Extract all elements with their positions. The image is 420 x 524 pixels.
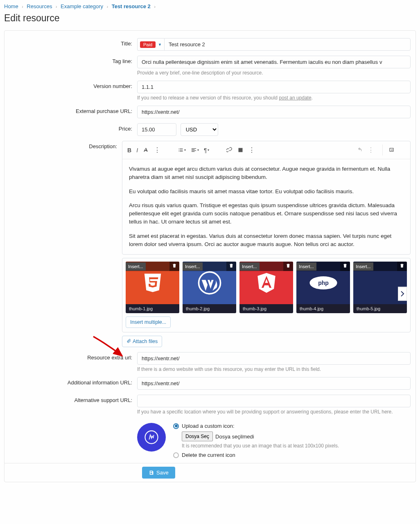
editor-content[interactable]: Vivamus at augue eget arcu dictum varius… [122,159,410,254]
breadcrumb: Home › Resources › Example category › Te… [4,2,416,13]
paid-badge: Paid [140,41,156,48]
link-icon[interactable] [226,147,233,153]
attachment-insert-button[interactable]: Insert... [296,262,316,271]
chevron-right-icon: › [22,5,23,9]
trash-icon [286,263,291,268]
chevron-right-icon: › [56,5,57,9]
attachment-item[interactable]: Insert...thumb-2.jpg [183,262,236,313]
attachment-insert-button[interactable]: Insert... [239,262,260,271]
support-url-hint: If you have a specific location where yo… [137,409,411,415]
tagline-hint: Provide a very brief, one-line descripti… [137,70,411,76]
attachment-delete-button[interactable] [226,262,236,271]
radio-checked-icon [173,423,179,429]
attachment-item[interactable]: Insert...thumb-1.jpg [126,262,179,313]
attach-files-button[interactable]: Attach files [122,336,162,347]
fontsize-icon[interactable] [143,147,149,153]
additional-url-input[interactable] [137,377,411,390]
save-icon [149,470,154,475]
more-icon[interactable]: ⋮ [154,146,160,154]
editor-toolbar: B I ⋮ ▾ ▾ ¶▾ ⋮ ⋮ [122,141,410,159]
attachments-panel: Insert...thumb-1.jpgInsert...thumb-2.jpg… [122,258,411,332]
support-url-label: Alternative support URL: [9,395,137,403]
breadcrumb-current[interactable]: Test resource 2 [112,3,151,9]
prefix-selector[interactable]: Paid ▼ [137,38,164,51]
currency-select[interactable]: USD [181,123,218,136]
list-ul-icon[interactable]: ▾ [178,147,186,153]
file-hint: It is recommended that you use an image … [182,443,411,449]
chevron-down-icon: ▼ [158,43,162,47]
description-label: Description: [9,141,122,149]
extra-url-input[interactable] [137,352,411,365]
more2-icon[interactable]: ⋮ [248,146,255,154]
attachment-item[interactable]: Insert...thumb-3.jpg [239,262,293,313]
attachment-filename: thumb-1.jpg [126,304,179,313]
attachment-insert-button[interactable]: Insert... [183,262,203,271]
chevron-right-icon: › [154,5,155,9]
preview-icon[interactable] [382,145,400,156]
file-choose-button[interactable]: Dosya Seç [182,431,213,441]
title-input[interactable] [164,38,411,51]
image-icon[interactable] [237,147,244,153]
more3-icon[interactable]: ⋮ [368,146,374,154]
attachment-insert-button[interactable]: Insert... [353,262,373,271]
bold-icon[interactable]: B [127,147,131,154]
attachment-item[interactable]: Insert...phpthumb-4.jpg [296,262,350,313]
svg-text:php: php [318,280,329,286]
paragraph-icon[interactable]: ¶▾ [204,147,209,154]
radio-empty-icon [173,452,179,458]
breadcrumb-category[interactable]: Example category [61,3,103,9]
attachment-filename: thumb-4.jpg [296,304,350,313]
attachment-filename: thumb-2.jpg [183,304,236,313]
trash-icon [172,263,177,268]
attachment-next-button[interactable] [398,287,407,301]
editor: B I ⋮ ▾ ▾ ¶▾ ⋮ ⋮ [122,141,411,255]
page-title: Edit resource [4,13,416,24]
insert-multiple-button[interactable]: Insert multiple... [126,316,171,328]
version-hint: If you need to release a new version of … [137,95,411,101]
extra-url-hint: If there is a demo website with use this… [137,366,411,372]
attachment-filename: thumb-5.jpg [353,304,407,313]
trash-icon [229,263,234,268]
breadcrumb-resources[interactable]: Resources [27,3,52,9]
resource-icon-preview [137,423,166,452]
italic-icon[interactable]: I [136,147,138,154]
post-update-link[interactable]: post an update [279,95,311,101]
attachment-insert-button[interactable]: Insert... [126,262,146,271]
breadcrumb-home[interactable]: Home [4,3,18,9]
attachment-delete-button[interactable] [283,262,293,271]
form-wrapper: Title: Paid ▼ Tag line: Provide a very b… [4,30,416,482]
additional-url-label: Additional information URL: [9,377,137,386]
form-footer: Save [5,463,415,482]
file-status-text: Dosya seçilmedi [215,434,254,440]
attachment-delete-button[interactable] [397,262,407,271]
title-label: Title: [9,38,137,47]
icon-section: Upload a custom icon: Dosya Seç Dosya se… [137,420,411,461]
price-label: Price: [9,123,137,132]
support-url-input[interactable] [137,395,411,407]
extra-url-label: Resource extra url: [9,352,137,361]
version-label: Version number: [9,81,137,89]
tagline-input[interactable] [137,56,411,68]
delete-icon-radio[interactable]: Delete the current icon [173,452,411,458]
undo-icon[interactable] [357,147,363,153]
version-input[interactable] [137,81,411,93]
upload-icon-radio[interactable]: Upload a custom icon: [173,423,411,429]
trash-icon [400,263,404,268]
save-button[interactable]: Save [142,467,175,479]
trash-icon [343,263,348,268]
chevron-right-icon: › [107,5,108,9]
attachment-delete-button[interactable] [340,262,350,271]
align-icon[interactable]: ▾ [191,147,199,153]
attachment-filename: thumb-3.jpg [239,304,293,313]
tagline-label: Tag line: [9,56,137,64]
purchase-url-input[interactable] [137,106,411,118]
price-input[interactable] [137,123,176,136]
attachment-delete-button[interactable] [169,262,179,271]
purchase-url-label: External purchase URL: [9,106,137,114]
